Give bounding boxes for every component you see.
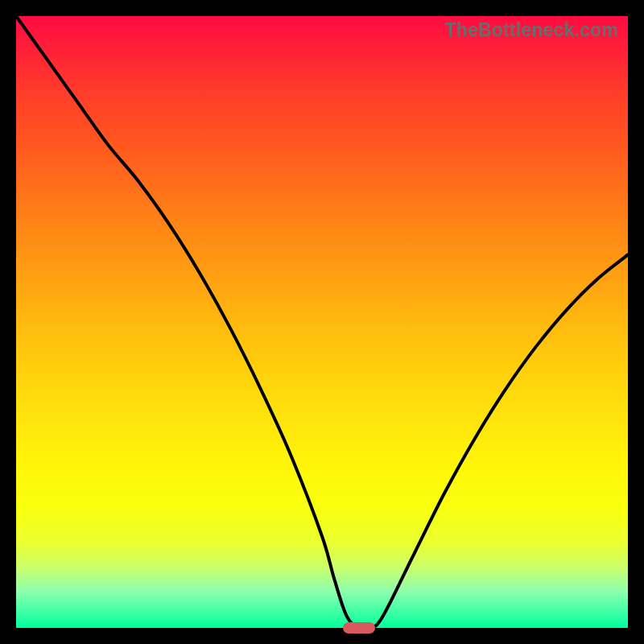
chart-container: TheBottleneck.com [0,0,644,644]
plot-area: TheBottleneck.com [16,16,628,628]
bottleneck-curve [16,16,628,628]
optimum-marker [343,622,375,634]
